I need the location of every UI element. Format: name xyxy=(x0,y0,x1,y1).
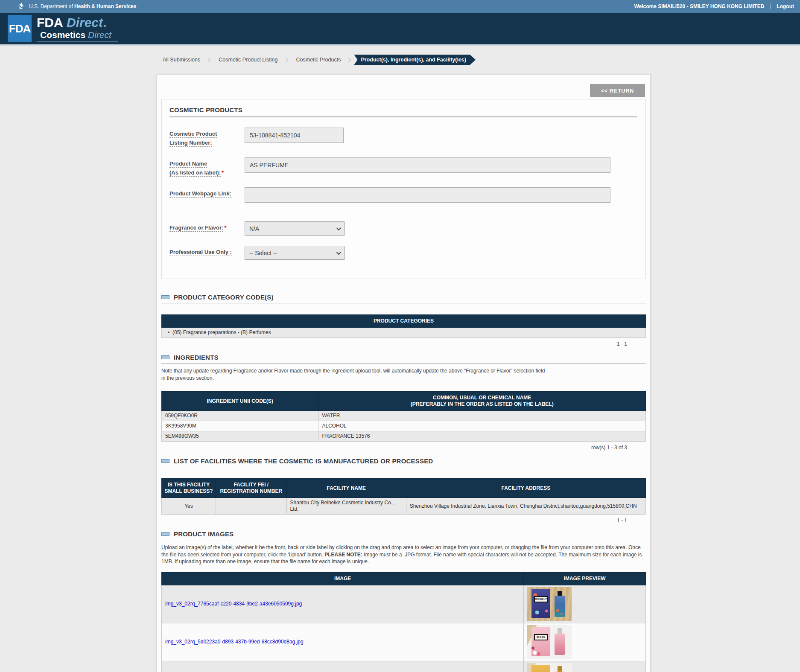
column-header-fei-number: FACILITY FEI /REGISTRATION NUMBER xyxy=(216,479,287,498)
table-row: Yes Shantou City Beibeike Cosmetic Indus… xyxy=(162,498,646,515)
product-categories-table: PRODUCT CATEGORIES (05) Fragrance prepar… xyxy=(161,314,646,338)
professional-use-select[interactable]: -- Select -- xyxy=(245,246,345,260)
chevron-right-icon xyxy=(205,57,211,63)
collapse-icon[interactable] xyxy=(161,459,169,463)
fragrance-or-flavor-label: Fragrance or Flavor:* xyxy=(169,221,245,232)
facilities-section: LIST OF FACILITIES WHERE THE COSMETIC IS… xyxy=(161,457,646,524)
column-header-small-business: IS THIS FACILITYSMALL BUSINESS? xyxy=(162,479,216,498)
table-row: img_v3_02rq_fe7888b2-7b6f-40f2-9350-43db… xyxy=(162,661,646,672)
column-header-chemical-name: COMMON, USUAL OR CHEMICAL NAME (PREFERAB… xyxy=(318,392,646,411)
app-header: FDA FDA Direct Cosmetics Direct xyxy=(0,13,800,46)
image-file-link[interactable]: img_v3_02rq_7765caaf-c220-4834-9be2-a43e… xyxy=(165,601,302,607)
product-name-label: Product Name (As listed on label):* xyxy=(169,157,245,177)
perfume-bottle xyxy=(555,634,565,655)
perfume-box: BLOOM xyxy=(531,627,550,656)
hhs-eagle-icon xyxy=(16,2,26,11)
section-title-product-category: PRODUCT CATEGORY CODE(S) xyxy=(174,294,274,301)
logout-link[interactable]: Logout xyxy=(770,3,794,9)
pagination-facilities: 1 - 1 xyxy=(161,515,646,524)
collapse-icon[interactable] xyxy=(161,355,169,359)
field-row-professional-use: Professional Use Only : -- Select -- xyxy=(169,246,637,260)
perfume-bottle xyxy=(555,596,565,617)
breadcrumb-all-submissions[interactable]: All Submissions xyxy=(160,55,203,64)
product-images-table: IMAGE IMAGE PREVIEW img_v3_02rq_7765caaf… xyxy=(161,572,646,672)
chevron-down-icon xyxy=(336,250,341,254)
chevron-right-icon xyxy=(283,57,289,63)
product-category-section: PRODUCT CATEGORY CODE(S) PRODUCT CATEGOR… xyxy=(161,294,646,347)
column-header-unii-code: INGREDIENT UNII CODE(S) xyxy=(162,392,318,411)
form-title: COSMETIC PRODUCTS xyxy=(169,106,637,117)
collapse-icon[interactable] xyxy=(161,295,169,299)
breadcrumb-active-product-ingredient-facility: Product(s), Ingredient(s), and Facility(… xyxy=(354,55,476,65)
app-title: FDA Direct xyxy=(37,16,111,29)
required-asterisk: * xyxy=(222,169,224,176)
column-header-facility-name: FACILITY NAME xyxy=(286,479,406,498)
pagination-ingredients: row(s) 1 - 3 of 3 xyxy=(161,442,646,451)
dept-text: U.S. Department of Health & Human Servic… xyxy=(29,3,136,9)
table-row: (05) Fragrance preparations - (B) Perfum… xyxy=(162,328,646,338)
bottle-cap xyxy=(558,628,562,634)
fragrance-or-flavor-value: N/A xyxy=(249,225,259,232)
perfume-box: HONEY xyxy=(531,665,550,672)
ingredients-table: INGREDIENT UNII CODE(S) COMMON, USUAL OR… xyxy=(161,391,646,442)
perfume-label: BLOOM xyxy=(534,634,548,640)
main-panel: << RETURN COSMETIC PRODUCTS Cosmetic Pro… xyxy=(157,74,651,672)
welcome-text: Welcome SIMAILI520 - SMILEY HONG KONG LI… xyxy=(634,3,764,9)
breadcrumb: All Submissions Cosmetic Product Listing… xyxy=(160,55,800,64)
bottle-cap xyxy=(558,666,562,672)
ingredients-section: INGREDIENTS Note that any update regardi… xyxy=(161,354,646,451)
required-asterisk: * xyxy=(224,224,226,231)
fda-logo: FDA xyxy=(8,15,32,42)
brand-text: FDA Direct Cosmetics Direct xyxy=(37,16,111,41)
breadcrumb-cosmetic-product-listing[interactable]: Cosmetic Product Listing xyxy=(216,55,280,64)
app-subtitle: Cosmetics Direct xyxy=(37,30,111,40)
table-row: 5EM498GW35FRAGRANCE 13576 xyxy=(162,431,646,442)
bottle-cap xyxy=(558,591,562,596)
professional-use-value: -- Select -- xyxy=(249,250,277,256)
image-preview-thumbnail[interactable]: HONEY xyxy=(527,663,572,672)
section-title-product-images: PRODUCT IMAGES xyxy=(174,530,234,538)
collapse-icon[interactable] xyxy=(161,532,169,536)
listing-number-input[interactable]: 53-108841-852104 xyxy=(245,128,344,143)
pagination-categories: 1 - 1 xyxy=(161,338,646,347)
utility-bar: U.S. Department of Health & Human Servic… xyxy=(0,0,800,13)
product-name-input[interactable]: AS PERFUME xyxy=(245,157,610,173)
column-header-image: IMAGE xyxy=(162,572,524,585)
webpage-link-label: Product Webpage Link: xyxy=(169,187,245,198)
field-row-webpage-link: Product Webpage Link: xyxy=(169,187,637,203)
product-images-section: PRODUCT IMAGES Upload an image(s) of the… xyxy=(161,530,646,672)
perfume-box: MIDNIGHT xyxy=(531,589,550,618)
return-button[interactable]: << RETURN xyxy=(590,84,645,97)
facilities-table: IS THIS FACILITYSMALL BUSINESS? FACILITY… xyxy=(161,478,646,515)
listing-number-label: Cosmetic Product Listing Number: xyxy=(169,128,245,147)
fragrance-or-flavor-select[interactable]: N/A xyxy=(245,221,345,236)
column-header-product-categories: PRODUCT CATEGORIES xyxy=(162,315,646,328)
upload-instructions: Upload an image(s) of the label, whether… xyxy=(161,544,646,565)
field-row-product-name: Product Name (As listed on label):* AS P… xyxy=(169,157,637,177)
table-row: img_v3_02rq_5d0223a0-d893-437b-99ed-68cc… xyxy=(162,623,646,661)
perfume-label: MIDNIGHT xyxy=(534,596,548,602)
bullet-icon xyxy=(168,332,169,333)
table-row: 059QF0KO0RWATER xyxy=(162,411,646,421)
section-title-facilities: LIST OF FACILITIES WHERE THE COSMETIC IS… xyxy=(174,457,433,465)
decor-dot xyxy=(104,25,106,27)
table-row: 3K9958V90MALCOHOL xyxy=(162,421,646,431)
chevron-down-icon xyxy=(336,225,341,230)
image-preview-thumbnail[interactable]: MIDNIGHT xyxy=(527,587,572,621)
ingredients-note: Note that any update regarding Fragrance… xyxy=(161,367,646,382)
image-file-link[interactable]: img_v3_02rq_5d0223a0-d893-437b-99ed-68cc… xyxy=(165,639,304,645)
image-preview-thumbnail[interactable]: BLOOM xyxy=(527,625,572,659)
field-row-listing-number: Cosmetic Product Listing Number: 53-1088… xyxy=(169,128,637,147)
breadcrumb-cosmetic-products[interactable]: Cosmetic Products xyxy=(294,55,344,64)
section-title-ingredients: INGREDIENTS xyxy=(174,354,219,361)
webpage-link-input[interactable] xyxy=(245,187,610,203)
column-header-image-preview: IMAGE PREVIEW xyxy=(524,572,646,585)
cosmetic-products-form: COSMETIC PRODUCTS Cosmetic Product Listi… xyxy=(161,99,646,279)
field-row-fragrance-or-flavor: Fragrance or Flavor:* N/A xyxy=(169,221,637,236)
chevron-right-icon xyxy=(346,57,352,63)
table-row: img_v3_02rq_7765caaf-c220-4834-9be2-a43e… xyxy=(162,585,646,623)
column-header-facility-address: FACILITY ADDRESS xyxy=(406,479,645,498)
professional-use-label: Professional Use Only : xyxy=(169,246,245,256)
